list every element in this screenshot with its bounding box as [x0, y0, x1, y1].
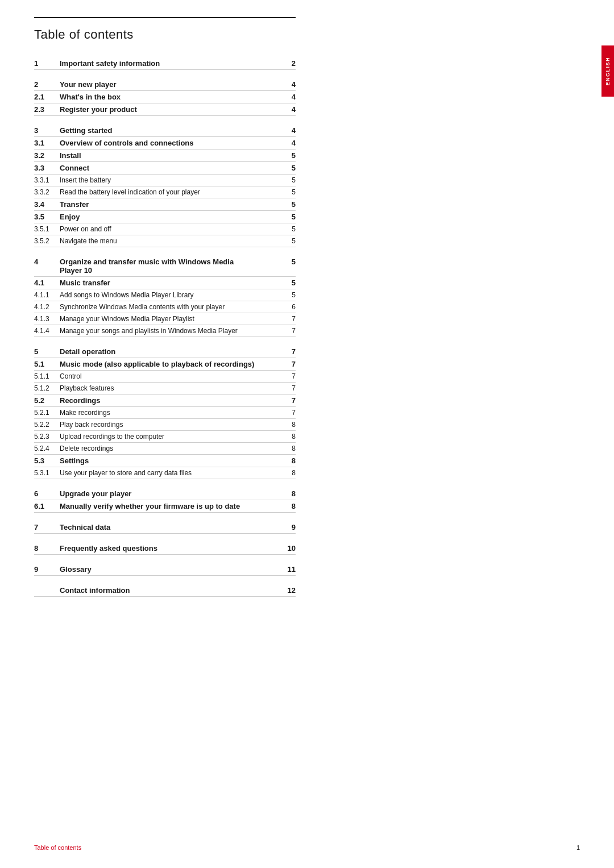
toc-num: 3.5.2 — [34, 237, 60, 245]
toc-page: 5 — [279, 225, 296, 233]
toc-page: 5 — [279, 258, 296, 266]
toc-page: 5 — [279, 237, 296, 245]
toc-row: 4.1.3Manage your Windows Media Player Pl… — [34, 313, 296, 325]
toc-num: 2.3 — [34, 105, 60, 114]
toc-row: 5.3Settings8 — [34, 455, 296, 467]
toc-row: 5.3.1Use your player to store and carry … — [34, 467, 296, 479]
toc-num: 4.1.4 — [34, 327, 60, 335]
toc-num: 4.1.3 — [34, 315, 60, 323]
toc-row: 3.2Install5 — [34, 149, 296, 162]
toc-row: 4.1.4Manage your songs and playlists in … — [34, 325, 296, 337]
toc-num: 8 — [34, 544, 60, 553]
toc-label: Control — [60, 372, 279, 380]
toc-page: 12 — [279, 586, 296, 595]
toc-page: 5 — [279, 213, 296, 221]
toc-page: 5 — [279, 279, 296, 287]
toc-row: 3.4Transfer5 — [34, 198, 296, 211]
toc-page: 7 — [279, 384, 296, 392]
toc-page: 8 — [279, 433, 296, 441]
footer-left: Table of contents — [34, 844, 81, 851]
toc-label: Register your product — [60, 105, 279, 114]
toc-page: 8 — [279, 421, 296, 429]
toc-row: 3.3.1Insert the battery5 — [34, 175, 296, 186]
toc-row: 9Glossary11 — [34, 559, 296, 576]
toc-num: 4.1.1 — [34, 291, 60, 299]
toc-page: 4 — [279, 105, 296, 114]
footer: Table of contents 1 — [34, 844, 580, 851]
toc-container: 1Important safety information22Your new … — [34, 53, 580, 597]
toc-row: 5.2.1Make recordings7 — [34, 407, 296, 419]
toc-label: Your new player — [60, 80, 279, 89]
toc-row: 5.1.1Control7 — [34, 371, 296, 383]
side-tab: ENGLISH — [601, 45, 614, 97]
toc-num: 1 — [34, 59, 60, 68]
toc-label: What's in the box — [60, 93, 279, 101]
toc-label: Navigate the menu — [60, 237, 279, 245]
toc-page: 8 — [279, 489, 296, 498]
toc-num: 5.2 — [34, 396, 60, 405]
footer-right: 1 — [576, 844, 580, 851]
toc-row: 3Getting started4 — [34, 121, 296, 137]
toc-row: 7Technical data9 — [34, 517, 296, 534]
toc-row: 5.2.3Upload recordings to the computer8 — [34, 431, 296, 443]
toc-num: 4.1 — [34, 279, 60, 287]
toc-num: 2.1 — [34, 93, 60, 101]
toc-label: Upload recordings to the computer — [60, 433, 279, 441]
toc-row: 5Detail operation7 — [34, 342, 296, 358]
toc-num: 6 — [34, 489, 60, 498]
toc-page: 5 — [279, 188, 296, 196]
toc-num: 6.1 — [34, 502, 60, 510]
toc-num: 5.1.1 — [34, 372, 60, 380]
toc-num: 3.5.1 — [34, 225, 60, 233]
toc-label: Add songs to Windows Media Player Librar… — [60, 291, 279, 299]
toc-label: Overview of controls and connections — [60, 139, 279, 147]
toc-label: Important safety information — [60, 59, 279, 68]
toc-label: Manually verify whether your firmware is… — [60, 502, 279, 510]
page-container: ENGLISH Table of contents 1Important saf… — [0, 0, 614, 868]
toc-page: 5 — [279, 200, 296, 209]
toc-row: 4Organize and transfer music with Window… — [34, 252, 296, 277]
toc-row: 6Upgrade your player8 — [34, 484, 296, 500]
toc-page: 10 — [279, 544, 296, 553]
toc-num: 4 — [34, 258, 60, 266]
toc-label: Organize and transfer music with Windows… — [60, 258, 279, 275]
toc-label: Install — [60, 151, 279, 160]
toc-label: Technical data — [60, 523, 279, 531]
toc-num: 5.1.2 — [34, 384, 60, 392]
toc-num: 3.1 — [34, 139, 60, 147]
toc-page: 2 — [279, 59, 296, 68]
toc-page: 8 — [279, 456, 296, 465]
toc-num: 5.2.2 — [34, 421, 60, 429]
toc-label: Manage your songs and playlists in Windo… — [60, 327, 279, 335]
toc-label: Read the battery level indication of you… — [60, 188, 279, 196]
toc-page: 4 — [279, 139, 296, 147]
toc-page: 5 — [279, 291, 296, 299]
toc-page: 8 — [279, 469, 296, 477]
page-title: Table of contents — [34, 27, 580, 42]
toc-row: 3.3Connect5 — [34, 162, 296, 175]
side-tab-text: ENGLISH — [605, 57, 611, 86]
toc-num: 3.3 — [34, 164, 60, 172]
toc-row: 5.2Recordings7 — [34, 394, 296, 407]
toc-row: 3.5.2Navigate the menu5 — [34, 235, 296, 247]
toc-row: 3.5.1Power on and off5 — [34, 223, 296, 235]
toc-num: 3.4 — [34, 200, 60, 209]
toc-row: 5.2.2Play back recordings8 — [34, 419, 296, 431]
toc-label: Glossary — [60, 565, 279, 574]
top-rule — [34, 17, 296, 18]
toc-page: 7 — [279, 372, 296, 380]
toc-row: 3.5Enjoy5 — [34, 211, 296, 223]
toc-page: 7 — [279, 315, 296, 323]
toc-page: 11 — [279, 565, 296, 574]
toc-label: Enjoy — [60, 213, 279, 221]
toc-row: 4.1.2Synchronize Windows Media contents … — [34, 301, 296, 313]
toc-row: 2Your new player4 — [34, 74, 296, 91]
toc-row: Contact information12 — [34, 580, 296, 597]
toc-page: 5 — [279, 151, 296, 160]
toc-page: 9 — [279, 523, 296, 531]
toc-row: 3.1Overview of controls and connections4 — [34, 137, 296, 149]
toc-num: 3 — [34, 126, 60, 135]
toc-num: 2 — [34, 80, 60, 89]
toc-label: Manage your Windows Media Player Playlis… — [60, 315, 279, 323]
toc-page: 7 — [279, 396, 296, 405]
